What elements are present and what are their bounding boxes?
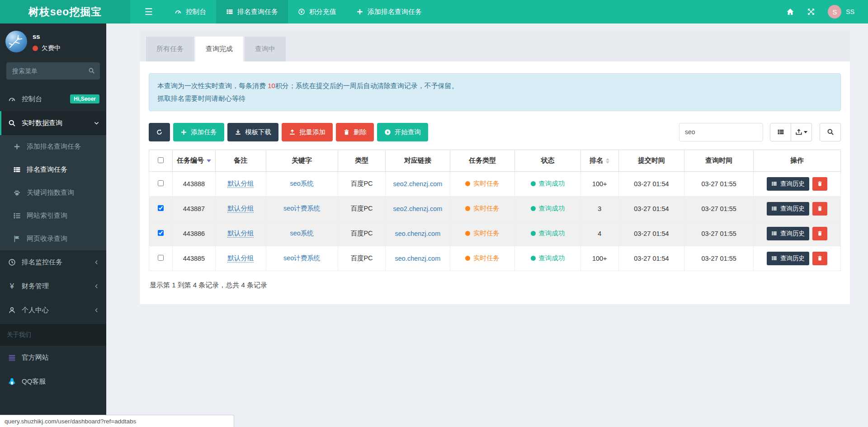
group-link[interactable]: 默认分组 xyxy=(227,180,254,188)
sidebar-user-panel: ss 欠费中 xyxy=(0,23,106,58)
col-header-label: 任务类型 xyxy=(469,156,496,164)
home-icon[interactable] xyxy=(786,8,794,16)
sidebar-item-add-rank-task[interactable]: 添加排名查询任务 xyxy=(0,135,106,158)
target-link[interactable]: seo2.chenzj.com xyxy=(393,205,442,212)
topnav-dashboard[interactable]: 控制台 xyxy=(165,0,216,23)
row-checkbox[interactable] xyxy=(158,230,164,236)
trash-icon xyxy=(817,255,823,261)
group-link[interactable]: 默认分组 xyxy=(227,205,254,213)
col-header[interactable]: 任务类型 xyxy=(450,150,515,171)
target-link[interactable]: seo2.chenzj.com xyxy=(393,180,442,188)
keyword-link[interactable]: seo系统 xyxy=(290,230,313,237)
add-task-button[interactable]: 添加任务 xyxy=(173,123,224,141)
fullscreen-icon[interactable] xyxy=(807,8,815,16)
topnav-rank-query-tasks[interactable]: 排名查询任务 xyxy=(216,0,288,23)
sidebar-item-site-index-query[interactable]: 网站索引查询 xyxy=(0,204,106,227)
sidebar-item-qq-support[interactable]: QQ客服 xyxy=(0,370,106,394)
tab-query-running[interactable]: 查询中 xyxy=(245,37,286,61)
cell-submit-time: 03-27 01:54 xyxy=(618,246,684,271)
keyword-link[interactable]: seo计费系统 xyxy=(283,205,320,212)
topnav-add-rank-task[interactable]: 添加排名查询任务 xyxy=(346,0,432,23)
group-link[interactable]: 默认分组 xyxy=(227,254,254,263)
sidebar-item-keyword-index-query[interactable]: 关键词指数查询 xyxy=(0,181,106,204)
col-header[interactable]: 提交时间 xyxy=(618,150,684,171)
row-delete-button[interactable] xyxy=(812,252,827,265)
sidebar-search-input[interactable] xyxy=(6,62,100,80)
query-history-button[interactable]: 查询历史 xyxy=(767,177,809,191)
cell-query-time: 03-27 01:55 xyxy=(684,171,754,196)
refresh-button[interactable] xyxy=(149,123,170,141)
tab-query-done[interactable]: 查询完成 xyxy=(195,37,243,61)
sidebar-item-rank-monitor-tasks[interactable]: 排名监控任务 xyxy=(0,250,106,274)
target-link[interactable]: seo.chenzj.com xyxy=(395,230,441,237)
cell-type: 百度PC xyxy=(338,246,386,271)
status-dot-red xyxy=(33,46,38,51)
button-label: 查询历史 xyxy=(780,230,805,238)
sidebar-item-realtime-query[interactable]: 实时数据查询 xyxy=(0,111,106,135)
sidebar-item-profile[interactable]: 个人中心 xyxy=(0,298,106,322)
sidebar-item-finance[interactable]: ¥ 财务管理 xyxy=(0,274,106,298)
batch-add-button[interactable]: 批量添加 xyxy=(282,123,333,141)
topnav-recharge[interactable]: 积分充值 xyxy=(288,0,346,23)
sidebar-item-official-site[interactable]: 官方网站 xyxy=(0,346,106,370)
col-header[interactable]: 备注 xyxy=(215,150,266,171)
col-header[interactable]: 排名 xyxy=(580,150,618,171)
table-search-button[interactable] xyxy=(820,123,841,141)
col-header[interactable]: 任务编号 xyxy=(173,150,216,171)
button-label: 查询历史 xyxy=(780,180,805,188)
table-row: 443887默认分组seo计费系统百度PCseo2.chenzj.com实时任务… xyxy=(149,196,841,221)
cell-status: 查询成功 xyxy=(515,196,580,221)
col-header[interactable]: 状态 xyxy=(515,150,580,171)
tab-all-tasks[interactable]: 所有任务 xyxy=(146,37,194,61)
cell-keyword: seo系统 xyxy=(266,221,338,246)
cell-type: 百度PC xyxy=(338,171,386,196)
query-history-button[interactable]: 查询历史 xyxy=(767,252,809,265)
row-delete-button[interactable] xyxy=(812,202,827,216)
template-download-button[interactable]: 模板下载 xyxy=(227,123,278,141)
task-type-label: 实时任务 xyxy=(473,205,500,212)
table-search-input[interactable] xyxy=(679,123,763,141)
row-checkbox[interactable] xyxy=(158,255,164,261)
tab-strip: 所有任务 查询完成 查询中 xyxy=(140,30,850,61)
chevron-left-icon xyxy=(94,307,99,313)
row-delete-button[interactable] xyxy=(812,227,827,240)
start-query-button[interactable]: 开始查询 xyxy=(377,123,428,141)
sidebar-item-rank-query-tasks[interactable]: 排名查询任务 xyxy=(0,158,106,181)
keyword-link[interactable]: seo系统 xyxy=(290,180,313,187)
plus-icon xyxy=(180,129,187,136)
user-menu[interactable]: S SS xyxy=(828,5,854,19)
button-label: 批量添加 xyxy=(299,128,326,136)
sidebar-item-page-inclusion-query[interactable]: 网页收录查询 xyxy=(0,227,106,250)
download-icon xyxy=(235,129,241,136)
keyword-link[interactable]: seo计费系统 xyxy=(283,254,320,262)
task-type-dot xyxy=(465,256,470,261)
target-link[interactable]: seo.chenzj.com xyxy=(395,255,441,262)
brand-logo[interactable]: 树枝seo挖掘宝 xyxy=(0,0,130,23)
select-all-header xyxy=(149,150,173,171)
col-header[interactable]: 操作 xyxy=(754,150,841,171)
sidebar-toggle-button[interactable]: ☰ xyxy=(133,0,165,23)
delete-button[interactable]: 删除 xyxy=(336,123,374,141)
cell-keyword: seo计费系统 xyxy=(266,246,338,271)
cell-task-id: 443888 xyxy=(173,171,216,196)
col-header[interactable]: 关键字 xyxy=(266,150,338,171)
task-type-dot xyxy=(465,206,470,211)
group-link[interactable]: 默认分组 xyxy=(227,230,254,238)
row-checkbox[interactable] xyxy=(158,180,164,186)
columns-toggle-button[interactable] xyxy=(770,123,791,141)
task-type-label: 实时任务 xyxy=(473,254,500,262)
user-avatar[interactable] xyxy=(5,31,27,52)
sidebar-item-dashboard[interactable]: 控制台 Hi,Seoer xyxy=(0,87,106,111)
search-icon[interactable] xyxy=(88,67,95,74)
select-all-checkbox[interactable] xyxy=(158,157,164,163)
query-history-button[interactable]: 查询历史 xyxy=(767,227,809,240)
row-checkbox[interactable] xyxy=(158,205,164,211)
export-button[interactable] xyxy=(791,123,812,141)
col-header[interactable]: 类型 xyxy=(338,150,386,171)
query-history-button[interactable]: 查询历史 xyxy=(767,202,809,216)
cell-task-type: 实时任务 xyxy=(450,221,515,246)
col-header[interactable]: 对应链接 xyxy=(386,150,450,171)
col-header[interactable]: 查询时间 xyxy=(684,150,754,171)
user-icon xyxy=(8,306,16,314)
row-delete-button[interactable] xyxy=(812,177,827,191)
